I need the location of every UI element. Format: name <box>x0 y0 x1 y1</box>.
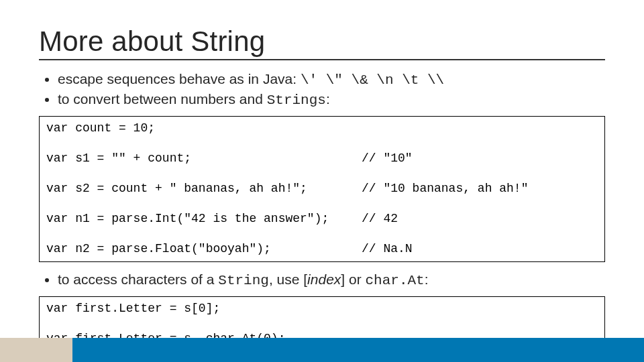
middle-bullets: to access characters of a String, use [i… <box>39 270 605 290</box>
bullet-text: , use [ <box>269 272 307 287</box>
code-line: var first.Letter = s[0]; <box>46 301 598 316</box>
code-line: var s1 = "" + count;// "10" <box>46 151 598 166</box>
charat-word: char.At <box>366 273 425 288</box>
code-line: var n2 = parse.Float("booyah");// Na.N <box>46 241 598 257</box>
footer-accent <box>0 338 72 362</box>
slide: More about String escape sequences behav… <box>0 0 644 362</box>
bullet-text: escape sequences behave as in Java: <box>58 71 301 86</box>
top-bullets: escape sequences behave as in Java: \' \… <box>39 70 605 111</box>
page-title: More about String <box>39 25 605 58</box>
bullet-access-characters: to access characters of a String, use [i… <box>58 270 605 290</box>
bullet-text: to convert between numbers and <box>58 91 267 107</box>
bullet-convert-numbers: to convert between numbers and Strings: <box>58 90 605 110</box>
code-block-convert: var count = 10; var s1 = "" + count;// "… <box>39 116 605 263</box>
strings-word: Strings <box>267 93 326 108</box>
title-rule <box>39 59 605 60</box>
bullet-suffix: : <box>425 272 429 287</box>
bullet-escape-sequences: escape sequences behave as in Java: \' \… <box>58 70 605 90</box>
string-word: String <box>218 273 269 288</box>
escape-codes: \' \" \& \n \t \\ <box>301 72 444 88</box>
code-line: var s2 = count + " bananas, ah ah!";// "… <box>46 181 598 196</box>
bullet-suffix: : <box>326 91 330 107</box>
code-line: var count = 10; <box>46 121 598 136</box>
index-word: index <box>307 272 341 287</box>
bullet-text: to access characters of a <box>58 272 218 287</box>
bullet-text: ] or <box>341 272 365 287</box>
footer-bar <box>0 338 644 362</box>
code-line: var n1 = parse.Int("42 is the answer");/… <box>46 211 598 227</box>
